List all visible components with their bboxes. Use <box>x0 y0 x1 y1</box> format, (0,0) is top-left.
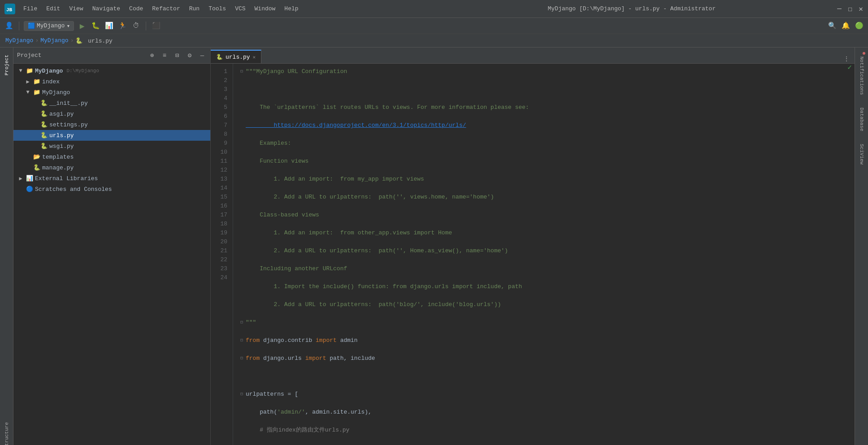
expand-collapse-icon[interactable]: ⊟ <box>173 51 182 60</box>
fold-marker <box>240 175 246 184</box>
profile-button[interactable]: 🏃 <box>117 21 128 31</box>
py-file-icon: 🐍 <box>40 143 48 150</box>
code-line: Class-based views <box>240 211 847 220</box>
code-line: Function views <box>240 157 847 166</box>
tree-item-settings[interactable]: 🐍 settings.py <box>13 119 210 130</box>
run-config-selector[interactable]: 🟦 MyDjango ▾ <box>24 21 74 31</box>
tree-item-label: wsgi.py <box>49 143 74 150</box>
folder-icon: 📁 <box>33 78 40 85</box>
run-button[interactable]: ▶ <box>77 21 87 31</box>
code-line: # 指向index的路由文件urls.py <box>240 426 847 435</box>
tree-item-init[interactable]: 🐍 __init__.py <box>13 98 210 108</box>
fold-marker <box>240 103 246 112</box>
gutter-checkmark: ✓ <box>847 63 852 72</box>
menu-item-help[interactable]: Help <box>281 4 302 14</box>
tree-item-wsgi[interactable]: 🐍 wsgi.py <box>13 141 210 151</box>
tree-item-external-libs[interactable]: ▶ 📊 External Libraries <box>13 173 210 184</box>
fold-marker[interactable]: ⊟ <box>240 354 246 363</box>
sidebar-tab-notifications[interactable]: Notifications <box>857 51 866 100</box>
tree-expand-icon: ▶ <box>17 175 24 182</box>
settings-button[interactable]: 🟢 <box>854 21 864 31</box>
menu-item-file[interactable]: File <box>20 4 41 14</box>
fold-marker[interactable]: ⊟ <box>240 318 246 327</box>
close-panel-icon[interactable]: — <box>198 51 207 60</box>
clock-button[interactable]: ⏱ <box>130 21 141 31</box>
update-button[interactable]: 🔔 <box>840 21 851 31</box>
tree-item-mydjango[interactable]: ▼ 📁 MyDjango <box>13 87 210 98</box>
run-config-label: MyDjango <box>37 22 65 29</box>
account-icon[interactable]: 👤 <box>4 21 14 31</box>
tree-item-root[interactable]: ▼ 📁 MyDjango D:\MyDjango <box>13 65 210 76</box>
editor-more-button[interactable]: ⋮ <box>842 54 851 63</box>
tree-item-label: Scratches and Consoles <box>35 186 112 193</box>
left-sidebar-strip: Project Structure <box>0 48 13 445</box>
tab-urls-py[interactable]: 🐍 urls.py ✕ <box>211 50 261 63</box>
stop-button[interactable]: ⬛ <box>151 21 161 31</box>
fold-marker[interactable]: ⊟ <box>240 336 246 345</box>
menu-item-edit[interactable]: Edit <box>43 4 64 14</box>
breadcrumb-item-1[interactable]: MyDjango <box>5 37 33 44</box>
sidebar-tab-structure[interactable]: Structure <box>2 419 11 445</box>
fold-marker[interactable]: ⊟ <box>240 390 246 399</box>
fold-marker <box>240 264 246 273</box>
tree-item-label: asgi.py <box>49 111 74 117</box>
title-bar: JB FileEditViewNavigateCodeRefactorRunTo… <box>0 0 868 18</box>
menu-item-tools[interactable]: Tools <box>205 4 230 14</box>
close-button[interactable]: ✕ <box>857 5 864 13</box>
code-line: 1. Import the include() function: from d… <box>240 282 847 291</box>
menu-item-vcs[interactable]: VCS <box>231 4 249 14</box>
code-line: 2. Add a URL to urlpatterns: path('blog/… <box>240 300 847 309</box>
editor-tabs: 🐍 urls.py ✕ ⋮ <box>211 48 855 64</box>
code-line <box>240 85 847 94</box>
tree-item-scratches[interactable]: 🔵 Scratches and Consoles <box>13 184 210 194</box>
menu-item-window[interactable]: Window <box>251 4 279 14</box>
py-file-icon: 🐍 <box>40 110 48 117</box>
svg-text:JB: JB <box>6 7 13 13</box>
tree-expand-icon: ▼ <box>17 68 24 74</box>
menu-item-run[interactable]: Run <box>186 4 203 14</box>
py-file-icon: 🐍 <box>40 132 48 139</box>
tree-item-templates[interactable]: 📂 templates <box>13 151 210 162</box>
tree-item-index[interactable]: ▶ 📁 index <box>13 76 210 87</box>
header-toolbar: 👤 🟦 MyDjango ▾ ▶ 🐛 📊 🏃 ⏱ ⬛ 🔍 🔔 🟢 <box>0 18 868 34</box>
project-tree: ▼ 📁 MyDjango D:\MyDjango ▶ 📁 index ▼ 📁 M… <box>13 64 210 445</box>
code-line: ⊟""" <box>240 318 847 327</box>
tab-close-button[interactable]: ✕ <box>253 54 256 60</box>
breadcrumb-item-2[interactable]: MyDjango <box>40 37 68 44</box>
code-line: 1. Add an import: from my_app import vie… <box>240 175 847 184</box>
window-controls[interactable]: — ☐ ✕ <box>836 5 864 13</box>
code-editor[interactable]: 12345 678910 1112131415 1617181920 21222… <box>211 64 855 445</box>
coverage-button[interactable]: 📊 <box>104 21 114 31</box>
tree-item-asgi[interactable]: 🐍 asgi.py <box>13 108 210 119</box>
fold-marker <box>240 372 246 381</box>
folder-icon: 📁 <box>33 89 40 96</box>
menu-item-view[interactable]: View <box>65 4 87 14</box>
menu-item-code[interactable]: Code <box>126 4 147 14</box>
minimize-button[interactable]: — <box>836 5 843 13</box>
fold-marker <box>240 426 246 435</box>
fold-marker[interactable]: ⊟ <box>240 67 246 76</box>
editor-area: 🐍 urls.py ✕ ⋮ 12345 678910 1112131415 16… <box>211 48 855 445</box>
settings-gear-icon[interactable]: ⚙ <box>185 51 194 60</box>
collapse-all-icon[interactable]: ≡ <box>160 51 169 60</box>
maximize-button[interactable]: ☐ <box>846 5 854 13</box>
sidebar-tab-database[interactable]: Database <box>857 102 866 137</box>
tree-item-label: index <box>42 78 60 85</box>
sidebar-tab-project[interactable]: Project <box>2 51 11 79</box>
debug-button[interactable]: 🐛 <box>90 21 101 31</box>
new-file-icon[interactable]: ⊕ <box>148 51 156 60</box>
py-file-icon: 🐍 <box>40 99 48 107</box>
project-panel-title: Project <box>17 52 144 59</box>
app-logo: JB <box>4 3 16 15</box>
menu-item-refactor[interactable]: Refactor <box>148 4 183 14</box>
tree-item-urls[interactable]: 🐍 urls.py <box>13 130 210 141</box>
tree-item-manage[interactable]: 🐍 manage.py <box>13 162 210 173</box>
search-button[interactable]: 🔍 <box>827 21 838 31</box>
code-content[interactable]: ⊟"""MyDjango URL Configuration The `urlp… <box>233 64 855 445</box>
menu-item-navigate[interactable]: Navigate <box>89 4 124 14</box>
sidebar-tab-sciview[interactable]: SciView <box>857 138 866 170</box>
tree-item-label: MyDjango <box>42 89 70 96</box>
py-file-icon: 🐍 <box>33 164 40 171</box>
line-numbers: 12345 678910 1112131415 1617181920 21222… <box>211 64 233 445</box>
right-sidebar-strip: Notifications Database SciView <box>855 48 868 445</box>
